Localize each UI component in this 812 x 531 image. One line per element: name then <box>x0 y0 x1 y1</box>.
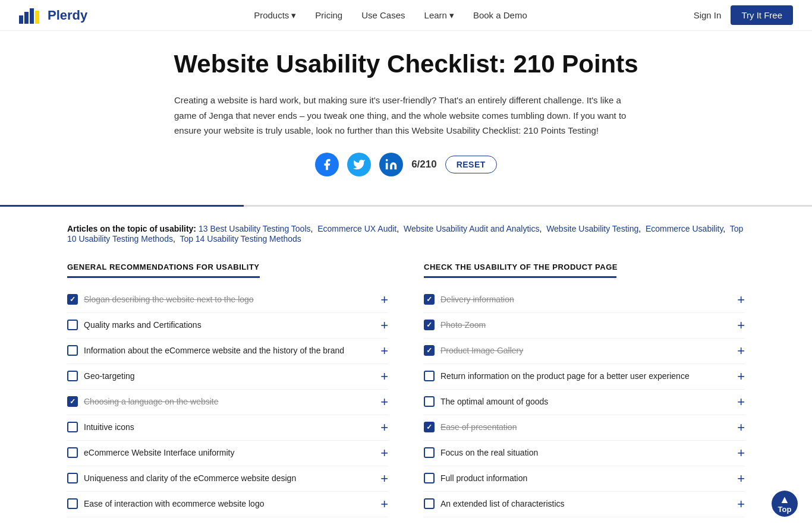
page-title: Website Usability Checklist: 210 Points <box>127 50 685 78</box>
item-text: The optimal amount of goods <box>440 396 548 408</box>
articles-label: Articles on the topic of usability: 13 B… <box>67 224 743 244</box>
item-text: Photo Zoom <box>440 319 486 331</box>
nav-products[interactable]: Products ▾ <box>254 10 296 21</box>
sign-in-link[interactable]: Sign In <box>694 10 722 20</box>
expand-button[interactable]: + <box>380 421 388 434</box>
expand-button[interactable]: + <box>737 370 745 383</box>
twitter-icon <box>353 158 366 171</box>
expand-button[interactable]: + <box>737 472 745 485</box>
item-text: Full product information <box>440 472 527 485</box>
list-item: Ease of presentation+ <box>424 415 745 441</box>
svg-rect-2 <box>30 8 34 24</box>
checkbox[interactable] <box>67 371 78 381</box>
checkbox[interactable] <box>67 294 78 305</box>
item-text: Product Image Gallery <box>440 344 523 357</box>
checkbox[interactable] <box>67 473 78 483</box>
checklists-container: GENERAL RECOMMENDATIONS FOR USABILITY Sl… <box>20 251 792 532</box>
expand-button[interactable]: + <box>380 498 388 511</box>
checkbox[interactable] <box>424 320 435 330</box>
item-text: Uniqueness and clarity of the eCommerce … <box>84 472 296 485</box>
expand-button[interactable]: + <box>737 293 745 306</box>
article-link-3[interactable]: Website Usability Testing <box>546 224 638 233</box>
expand-button[interactable]: + <box>737 498 745 511</box>
expand-button[interactable]: + <box>380 293 388 306</box>
list-item: Focus on the real situation+ <box>424 441 745 466</box>
nav-book-demo[interactable]: Book a Demo <box>473 10 527 20</box>
expand-button[interactable]: + <box>737 447 745 460</box>
right-checklist-title: CHECK THE USABILITY OF THE PRODUCT PAGE <box>424 263 745 271</box>
right-checklist-underline <box>424 276 616 278</box>
checkbox[interactable] <box>424 498 435 509</box>
checkbox[interactable] <box>67 320 78 330</box>
checkbox[interactable] <box>424 422 435 432</box>
nav-learn[interactable]: Learn ▾ <box>424 10 454 21</box>
facebook-icon <box>320 158 333 171</box>
article-link-6[interactable]: Top 14 Usability Testing Methods <box>180 234 301 244</box>
articles-section: Articles on the topic of usability: 13 B… <box>20 207 792 251</box>
expand-button[interactable]: + <box>737 396 745 409</box>
list-item: Ease of interaction with ecommerce websi… <box>67 492 388 517</box>
checkbox[interactable] <box>424 371 435 381</box>
expand-button[interactable]: + <box>380 396 388 409</box>
item-text: Choosing a language on the website <box>84 396 219 408</box>
facebook-share-button[interactable] <box>315 153 339 176</box>
navbar: Plerdy Products ▾ Pricing Use Cases Lear… <box>0 0 812 31</box>
svg-rect-0 <box>19 15 23 24</box>
expand-button[interactable]: + <box>737 319 745 332</box>
scroll-to-top-button[interactable]: ▲ Top <box>772 491 798 517</box>
list-item: Return information on the product page f… <box>424 364 745 390</box>
item-text: Information about the eCommerce website … <box>84 344 344 357</box>
list-item: Intuitive icons+ <box>67 415 388 441</box>
nav-actions: Sign In Try It Free <box>694 5 793 25</box>
nav-use-cases[interactable]: Use Cases <box>361 10 405 20</box>
expand-button[interactable]: + <box>737 344 745 358</box>
nav-links: Products ▾ Pricing Use Cases Learn ▾ Boo… <box>254 10 527 21</box>
item-text: Intuitive icons <box>84 421 134 434</box>
nav-pricing[interactable]: Pricing <box>315 10 342 20</box>
list-item: Uniqueness and clarity of the eCommerce … <box>67 466 388 492</box>
social-bar: 6/210 RESET <box>127 153 685 176</box>
checkbox[interactable] <box>67 345 78 356</box>
list-item: Product Image Gallery+ <box>424 339 745 364</box>
logo[interactable]: Plerdy <box>19 7 87 24</box>
list-item: Delivery information+ <box>424 287 745 313</box>
twitter-share-button[interactable] <box>347 153 371 176</box>
left-checklist-items: Slogan describing the website next to th… <box>67 287 388 517</box>
right-checklist: CHECK THE USABILITY OF THE PRODUCT PAGE … <box>424 263 745 517</box>
list-item: eCommerce Website Interface uniformity+ <box>67 441 388 466</box>
expand-button[interactable]: + <box>380 319 388 332</box>
checkbox[interactable] <box>67 498 78 509</box>
left-checklist-underline <box>67 276 260 278</box>
checkbox[interactable] <box>67 396 78 407</box>
article-link-4[interactable]: Ecommerce Usability <box>646 224 723 233</box>
checkbox[interactable] <box>67 447 78 458</box>
checkbox[interactable] <box>424 473 435 483</box>
checkbox[interactable] <box>424 294 435 305</box>
chevron-down-icon: ▾ <box>449 10 454 21</box>
expand-button[interactable]: + <box>380 344 388 358</box>
svg-rect-1 <box>24 12 29 24</box>
item-text: Focus on the real situation <box>440 447 538 459</box>
checkbox[interactable] <box>67 422 78 432</box>
linkedin-share-button[interactable] <box>379 153 403 176</box>
try-free-button[interactable]: Try It Free <box>731 5 793 25</box>
hero-description: Creating a website is hard work, but mak… <box>174 93 638 138</box>
left-checklist: GENERAL RECOMMENDATIONS FOR USABILITY Sl… <box>67 263 388 517</box>
expand-button[interactable]: + <box>380 447 388 460</box>
checkbox[interactable] <box>424 396 435 407</box>
logo-text: Plerdy <box>48 8 87 23</box>
article-link-1[interactable]: Ecommerce UX Audit <box>317 224 396 233</box>
reset-button[interactable]: RESET <box>445 156 497 173</box>
hero-section: Website Usability Checklist: 210 Points … <box>79 31 733 205</box>
expand-button[interactable]: + <box>380 370 388 383</box>
expand-button[interactable]: + <box>737 421 745 434</box>
expand-button[interactable]: + <box>380 472 388 485</box>
list-item: Information about the eCommerce website … <box>67 339 388 364</box>
checkbox[interactable] <box>424 345 435 356</box>
list-item: Choosing a language on the website+ <box>67 390 388 415</box>
checkbox[interactable] <box>424 447 435 458</box>
item-text: Delivery information <box>440 293 514 306</box>
article-link-2[interactable]: Website Usability Audit and Analytics <box>404 224 540 233</box>
logo-icon <box>19 7 43 24</box>
article-link-0[interactable]: 13 Best Usability Testing Tools <box>199 224 311 233</box>
